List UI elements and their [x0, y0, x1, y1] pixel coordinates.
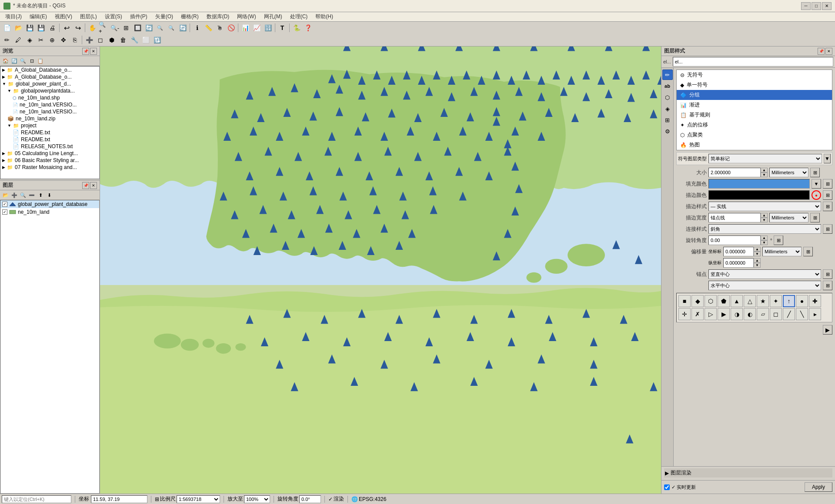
- select-btn[interactable]: 🖱: [214, 23, 225, 33]
- zoom-selection-btn[interactable]: 🔄: [144, 23, 154, 33]
- style-pin-btn[interactable]: 📌: [818, 48, 825, 55]
- shape-line-down[interactable]: ╲: [796, 308, 808, 320]
- merge-btn[interactable]: ⊕: [47, 35, 57, 45]
- rotation-input[interactable]: [708, 235, 761, 245]
- shape-right-arrow[interactable]: ▷: [705, 308, 717, 320]
- menu-view[interactable]: 视图(V): [51, 12, 76, 21]
- join-style-select[interactable]: 斜角: [708, 224, 821, 234]
- anchor-h-select[interactable]: 水平中心: [708, 281, 821, 290]
- layers-add-btn[interactable]: ➕: [10, 191, 18, 199]
- symbol-type-select[interactable]: 简单标记: [708, 154, 822, 163]
- close-button[interactable]: ✕: [822, 2, 832, 10]
- add-polygon-btn[interactable]: ⬢: [107, 35, 117, 45]
- layers-pin-btn[interactable]: 📌: [82, 182, 89, 189]
- dropdown-item-categorized[interactable]: 🔷 分组: [677, 90, 832, 100]
- shape-diamond[interactable]: ◆: [691, 295, 704, 307]
- coords-input[interactable]: [91, 495, 147, 503]
- shape-tri-right[interactable]: ▸: [809, 308, 821, 320]
- split-btn[interactable]: ✂: [36, 35, 46, 45]
- offset-x-input[interactable]: [723, 247, 754, 256]
- shape-star-5[interactable]: ★: [757, 295, 769, 307]
- add-feature-btn[interactable]: ➕: [84, 35, 94, 45]
- shape-star-4[interactable]: ✦: [770, 295, 782, 307]
- shape-square[interactable]: ■: [678, 295, 691, 307]
- dropdown-item-graduated[interactable]: 📊 渐进: [677, 100, 832, 110]
- menu-mesh[interactable]: 网孔(M): [261, 12, 286, 21]
- shape-triangle-filled[interactable]: ▲: [731, 295, 743, 307]
- rotation-status-input[interactable]: [299, 495, 321, 503]
- layers-remove-btn[interactable]: ➖: [28, 191, 36, 199]
- scale-select[interactable]: 1:5693718: [177, 495, 220, 503]
- browser-home-btn[interactable]: 🏠: [2, 57, 10, 65]
- offset-y-down-btn[interactable]: ▼: [754, 263, 761, 268]
- browser-filter-btn[interactable]: 🔍: [19, 57, 27, 65]
- measure-btn[interactable]: 📏: [203, 23, 214, 33]
- stroke-width-up-btn[interactable]: ▲: [761, 213, 768, 218]
- side-tab-diagrams[interactable]: ⬡: [662, 92, 673, 103]
- menu-processing[interactable]: 处理(C): [287, 12, 311, 21]
- save-as-btn[interactable]: 💾: [36, 23, 46, 33]
- shape-circle[interactable]: ●: [796, 295, 808, 307]
- menu-settings[interactable]: 设置(S): [101, 12, 126, 21]
- python-btn[interactable]: 🐍: [291, 23, 302, 33]
- digitize2-btn[interactable]: ◻: [95, 35, 106, 45]
- side-tab-3d[interactable]: ◈: [662, 103, 673, 114]
- browser-refresh-btn[interactable]: 🔄: [10, 57, 18, 65]
- layer-visibility-1[interactable]: ✓: [2, 209, 7, 215]
- reshape-btn[interactable]: 🔧: [129, 35, 140, 45]
- dropdown-item-displacement[interactable]: ✦ 点的位移: [677, 120, 832, 130]
- menu-database[interactable]: 数据库(D): [203, 12, 233, 21]
- redo-btn[interactable]: ↪: [73, 23, 83, 33]
- magnifier-select[interactable]: 100%: [244, 495, 270, 503]
- browser-pin-btn[interactable]: 📌: [82, 48, 89, 55]
- layers-up-btn[interactable]: ⬆: [37, 191, 44, 199]
- shape-small-rect[interactable]: ▱: [757, 308, 769, 320]
- dropdown-item-heatmap[interactable]: 🔥 热图: [677, 140, 832, 150]
- realtime-checkbox[interactable]: [664, 484, 670, 490]
- rotation-bind-btn[interactable]: ⊞: [774, 235, 783, 245]
- stroke-width-unit-select[interactable]: Millimeters: [769, 213, 808, 222]
- identify-btn[interactable]: ℹ: [192, 23, 202, 33]
- fill-color-bind-btn[interactable]: ⊞: [823, 179, 832, 189]
- anchor-h-bind-btn[interactable]: ⊞: [823, 281, 832, 290]
- side-tab-metadata[interactable]: ⚙: [662, 126, 673, 136]
- location-search-input[interactable]: [2, 495, 71, 503]
- side-tab-labels[interactable]: ab: [662, 81, 673, 91]
- browser-item-5[interactable]: 📄 ne_10m_land.VERSIO...: [0, 101, 99, 108]
- fill-color-swatch[interactable]: [708, 179, 810, 189]
- new-project-btn[interactable]: 📄: [2, 23, 12, 33]
- open-project-btn[interactable]: 📂: [13, 23, 23, 33]
- menu-web[interactable]: 网络(W): [234, 12, 259, 21]
- browser-collapse-btn[interactable]: ⊡: [28, 57, 36, 65]
- zoom-prev-btn[interactable]: 🔍: [155, 23, 165, 33]
- menu-help[interactable]: 帮助(H): [312, 12, 337, 21]
- rotation-up-btn[interactable]: ▲: [761, 235, 768, 240]
- browser-item-0[interactable]: ▶ 📁 A_Global_Database_o...: [0, 66, 99, 73]
- layer-item-1[interactable]: ✓ ne_10m_land: [0, 208, 99, 216]
- zoom-full-btn[interactable]: ⊞: [121, 23, 131, 33]
- size-input[interactable]: [708, 168, 761, 177]
- move-feature-btn[interactable]: ✥: [58, 35, 69, 45]
- shape-arrow-up[interactable]: ↑: [783, 295, 795, 307]
- reverse-btn[interactable]: 🔃: [152, 35, 162, 45]
- shape-half-right[interactable]: ◐: [744, 308, 756, 320]
- offset-y-up-btn[interactable]: ▲: [754, 258, 761, 263]
- dropdown-item-single[interactable]: ◆ 单一符号: [677, 80, 832, 90]
- zoom-out-btn[interactable]: 🔍-: [110, 23, 120, 33]
- menu-layer[interactable]: 图层(L): [77, 12, 100, 21]
- stroke-style-select[interactable]: — 实线: [708, 202, 821, 211]
- menu-edit[interactable]: 编辑(E): [26, 12, 50, 21]
- symbol-type-dropdown-btn[interactable]: ▼: [824, 154, 831, 163]
- menu-project[interactable]: 项目(J): [2, 12, 25, 21]
- anchor-v-bind-btn[interactable]: ⊞: [823, 269, 832, 279]
- size-unit-select[interactable]: Millimeters: [769, 168, 808, 177]
- layers-open-btn[interactable]: 📂: [2, 191, 10, 199]
- scroll-right-btn[interactable]: ▶: [823, 325, 832, 335]
- offset-y-input[interactable]: [723, 258, 754, 268]
- join-style-bind-btn[interactable]: ⊞: [823, 224, 832, 234]
- side-tab-symbology[interactable]: ✏: [662, 70, 673, 80]
- menu-vector[interactable]: 矢量(O): [152, 12, 177, 21]
- save-project-btn[interactable]: 💾: [24, 23, 35, 33]
- layers-filter-btn[interactable]: 🔍: [19, 191, 27, 199]
- stroke-width-bind-btn[interactable]: ⊞: [810, 213, 820, 222]
